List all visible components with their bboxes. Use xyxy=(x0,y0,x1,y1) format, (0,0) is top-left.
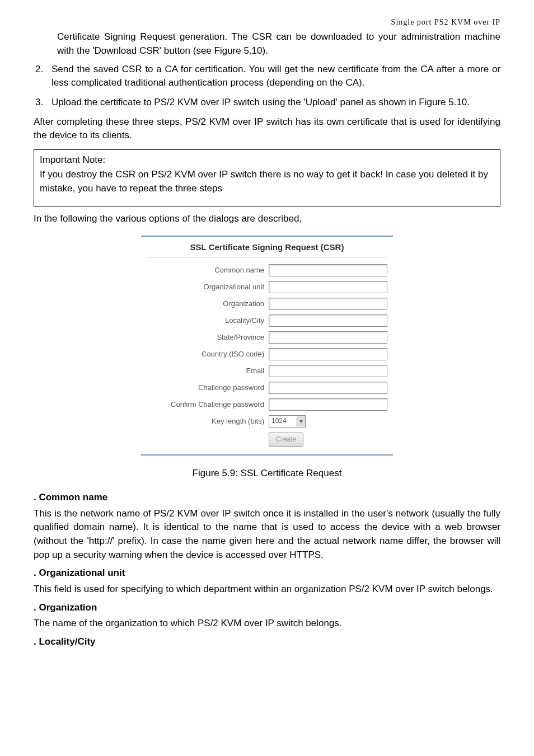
def-locality-term: . Locality/City xyxy=(34,635,500,649)
label-key-length: Key length (bits) xyxy=(147,416,269,427)
input-state[interactable] xyxy=(269,331,387,344)
input-country[interactable] xyxy=(269,348,387,360)
select-key-length[interactable]: 1024 ▼ xyxy=(269,415,306,428)
input-email[interactable] xyxy=(269,365,387,377)
select-key-length-value: 1024 xyxy=(271,416,287,426)
csr-form-title: SSL Certificate Signing Request (CSR) xyxy=(147,241,387,257)
def-org-unit-desc: This field is used for specifying to whi… xyxy=(34,583,500,597)
label-country: Country (ISO code) xyxy=(147,349,269,360)
doc-header: Single port PS2 KVM over IP xyxy=(34,17,500,28)
intro-continuation: Certificate Signing Request generation. … xyxy=(57,30,500,58)
label-common-name: Common name xyxy=(147,265,269,276)
input-organization[interactable] xyxy=(269,298,387,310)
def-common-name-desc: This is the network name of PS/2 KVM ove… xyxy=(34,507,500,562)
input-challenge-pw[interactable] xyxy=(269,382,387,394)
def-organization-term: . Organization xyxy=(34,601,500,615)
after-steps-text: After completing these three steps, PS/2… xyxy=(34,115,500,143)
note-title: Important Note: xyxy=(40,153,494,167)
steps-list: Send the saved CSR to a CA for certifica… xyxy=(34,63,500,110)
label-org-unit: Organizational unit xyxy=(147,282,269,293)
input-common-name[interactable] xyxy=(269,264,387,276)
label-locality: Locality/City xyxy=(147,316,269,326)
figure-caption: Figure 5.9: SSL Certificate Request xyxy=(34,467,500,481)
input-org-unit[interactable] xyxy=(269,281,387,293)
step-2: Send the saved CSR to a CA for certifica… xyxy=(46,63,500,90)
note-body: If you destroy the CSR on PS/2 KVM over … xyxy=(40,168,494,195)
def-organization-desc: The name of the organization to which PS… xyxy=(34,617,500,631)
input-confirm-pw[interactable] xyxy=(269,398,387,411)
label-state: State/Province xyxy=(147,332,269,343)
def-common-name-term: . Common name xyxy=(34,491,500,505)
important-note-box: Important Note: If you destroy the CSR o… xyxy=(34,149,500,206)
csr-form: SSL Certificate Signing Request (CSR) Co… xyxy=(141,236,393,456)
def-org-unit-term: . Organizational unit xyxy=(34,566,500,580)
label-email: Email xyxy=(147,366,269,377)
step-3: Upload the certificate to PS/2 KVM over … xyxy=(46,96,500,110)
label-challenge-pw: Challenge password xyxy=(147,383,269,393)
label-organization: Organization xyxy=(147,299,269,309)
dialog-intro: In the following the various options of … xyxy=(34,212,500,226)
input-locality[interactable] xyxy=(269,314,387,327)
label-confirm-pw: Confirm Challenge password xyxy=(147,400,269,410)
create-button[interactable]: Create xyxy=(269,433,303,447)
chevron-down-icon: ▼ xyxy=(297,416,305,426)
